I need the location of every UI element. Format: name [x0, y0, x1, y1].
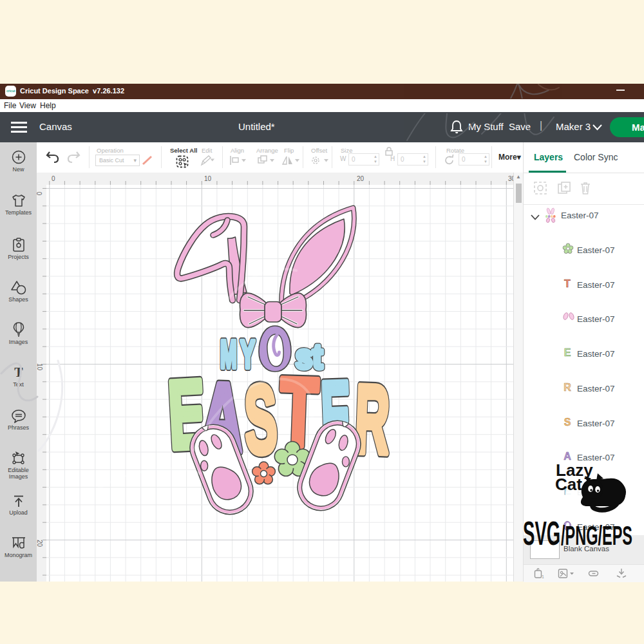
- svg-text:S: S: [243, 365, 279, 474]
- svg-text:R: R: [354, 365, 392, 473]
